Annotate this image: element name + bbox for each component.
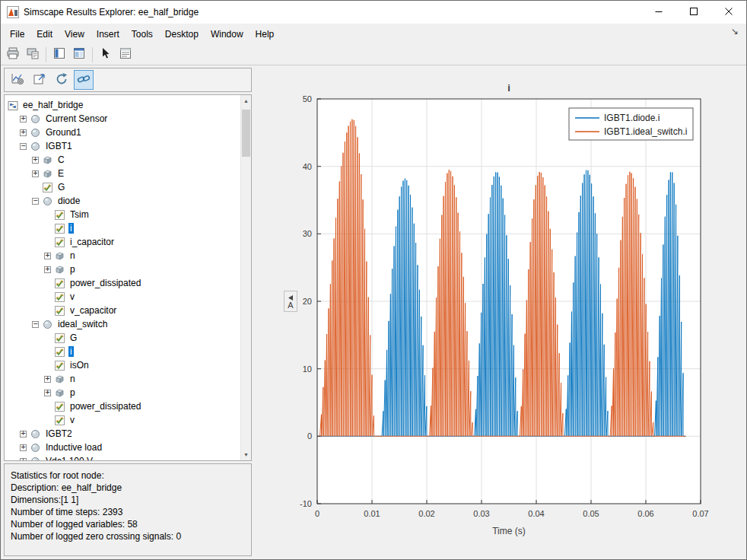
tree-item-n[interactable]: +n [5,249,240,262]
tree-item-inductive-load[interactable]: +Inductive load [5,441,240,454]
toolbar-separator [46,47,46,62]
tree-item-label[interactable]: Tsim [68,209,91,220]
maximize-button[interactable] [676,1,711,24]
menu-help[interactable]: Help [250,26,281,43]
tree-item-vdc1-100-v[interactable]: +Vdc1 100 V [5,454,240,460]
tree-item-label[interactable]: power_dissipated [68,401,142,412]
tree-item-e[interactable]: +E [5,167,240,180]
tree-item-ee_half_bridge[interactable]: ee_half_bridge [5,98,240,112]
tree-item-p[interactable]: +p [5,386,240,399]
tree-scrollbar[interactable]: ▲ ▼ [240,95,251,460]
tree-item-igbt1[interactable]: −IGBT1 [5,139,240,153]
tree-item-ideal_switch[interactable]: −ideal_switch [5,317,240,331]
tree-item-label[interactable]: G [68,332,78,343]
tree-item-diode[interactable]: −diode [5,194,240,208]
tree-item-i[interactable]: i [5,345,240,358]
tree-item-label[interactable]: n [68,250,77,261]
plot-settings-button[interactable] [8,70,27,90]
tree-item-label[interactable]: p [68,264,77,275]
tree-item-g[interactable]: G [5,331,240,345]
menu-file[interactable]: File [4,26,30,43]
dock-arrow-icon[interactable]: ↘ [731,26,739,37]
tree-item-n[interactable]: +n [5,372,240,386]
expand-icon[interactable]: + [20,458,27,461]
tree-item-power_dissipated[interactable]: power_dissipated [5,276,240,290]
link-plots-button[interactable] [74,70,94,90]
collapse-icon[interactable]: − [32,198,39,205]
scrollbar-thumb[interactable] [242,110,250,157]
close-button[interactable] [711,1,746,24]
print-preview-button[interactable] [24,46,42,64]
tree-item-label[interactable]: n [68,374,77,384]
tree-item-v[interactable]: v [5,413,240,427]
scrollbar-track[interactable] [241,107,251,449]
tree-item-label[interactable]: ee_half_bridge [21,100,84,110]
tree-item-label[interactable]: ideal_switch [56,319,109,329]
tree-item-ison[interactable]: isOn [5,358,240,372]
tree-item-label[interactable]: Ground1 [44,127,83,138]
tree-item-label[interactable]: C [56,154,66,165]
scroll-down-icon[interactable]: ▼ [241,449,251,460]
tree-item-label[interactable]: diode [56,196,81,206]
expand-icon[interactable]: + [44,390,51,396]
menu-insert[interactable]: Insert [91,26,126,43]
tree-item-label[interactable]: IGBT1 [44,141,74,151]
tree-item-label[interactable]: i_capacitor [68,237,116,247]
expand-icon[interactable]: + [20,431,27,438]
figure-palette-button[interactable] [50,46,68,64]
tree-item-label[interactable]: Current Sensor [44,113,109,124]
tree-item-label[interactable]: power_dissipated [68,278,142,288]
tree-item-label[interactable]: v [68,291,76,302]
print-button[interactable] [4,46,22,64]
reload-data-button[interactable] [52,70,72,90]
tree-item-c[interactable]: +C [5,153,240,167]
tree-item-label[interactable]: E [56,168,65,179]
tree-item-label[interactable]: i [68,223,74,234]
expand-icon[interactable]: + [44,253,51,259]
tree-item-label[interactable]: isOn [68,360,91,371]
tree-item-power_dissipated[interactable]: power_dissipated [5,399,240,413]
tree-item-v_capacitor[interactable]: v_capacitor [5,304,240,317]
menu-view[interactable]: View [59,26,91,43]
menu-tools[interactable]: Tools [126,26,159,43]
collapse-icon[interactable]: − [20,143,27,150]
tree-item-i_capacitor[interactable]: i_capacitor [5,235,240,249]
tree-item-label[interactable]: IGBT2 [44,428,74,439]
expand-icon[interactable]: + [20,116,27,123]
expand-icon[interactable]: + [20,444,27,451]
expand-icon[interactable]: + [20,129,27,136]
tree-item-v[interactable]: v [5,290,240,304]
tree-item-i[interactable]: i [5,221,240,235]
menu-edit[interactable]: Edit [30,26,59,43]
tree-item-label[interactable]: v [68,415,76,425]
tree-item-label[interactable]: p [68,387,77,398]
property-inspector-button[interactable] [116,46,135,64]
tree-item-g[interactable]: G [5,180,240,194]
open-in-figure-button[interactable] [30,70,49,90]
expand-icon[interactable]: + [44,376,51,383]
expand-icon[interactable]: + [32,157,39,164]
pointer-button[interactable] [97,46,115,64]
tree-item-p[interactable]: +p [5,262,240,276]
tree-item-label[interactable]: i [68,346,74,357]
tree-item-igbt2[interactable]: +IGBT2 [5,427,240,441]
tree-item-tsim[interactable]: Tsim [5,208,240,221]
tree-item-ground1[interactable]: +Ground1 [5,126,240,139]
tree-item-label[interactable]: G [56,182,66,192]
tree-item-current-sensor[interactable]: +Current Sensor [5,112,240,126]
collapse-icon[interactable]: − [32,321,39,328]
scroll-up-icon[interactable]: ▲ [241,95,251,107]
tree-item-label[interactable]: v_capacitor [68,305,118,316]
expand-icon[interactable]: + [44,266,51,273]
minimize-button[interactable] [641,1,676,24]
title-bar[interactable]: Simscape Results Explorer: ee_half_bridg… [1,1,746,24]
y-axis-unit-button[interactable]: A [284,291,297,312]
plot-browser-button[interactable] [70,46,88,64]
tree-item-label[interactable]: Vdc1 100 V [44,456,94,460]
tree-item-label[interactable]: Inductive load [44,442,103,453]
menu-desktop[interactable]: Desktop [159,26,205,43]
expander-spacer [44,335,51,342]
close-icon [725,7,733,18]
menu-window[interactable]: Window [205,26,250,43]
expand-icon[interactable]: + [32,170,39,177]
